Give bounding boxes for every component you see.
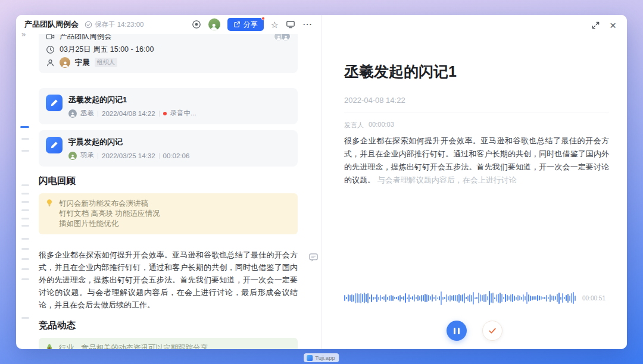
waveform-bar	[344, 295, 345, 301]
flash-note-icon	[46, 137, 63, 153]
transcript-pending: 与会者理解议题内容后，在会上进行讨论	[377, 175, 517, 184]
document-panel: 产品团队周例会 保存于 14:23:00 分享	[16, 15, 322, 349]
waveform-bar	[525, 296, 526, 300]
share-icon	[233, 21, 241, 28]
waveform-bar	[494, 297, 495, 299]
outline-marker[interactable]	[21, 317, 29, 319]
waveform-bar	[389, 296, 390, 301]
waveform-bar	[412, 296, 413, 300]
meeting-schedule-card[interactable]: 产品团队周例会 03月25日 周五 15:00 - 16:00	[39, 34, 298, 73]
waveform-bar	[362, 294, 363, 302]
document-paragraph[interactable]: 很多企业都在探索如何提升开会效率。亚马逊和谷歌也总结了最佳的开会方式，并且在企业…	[39, 249, 298, 311]
flash-note-meta: 羽承 2022/03/25 14:32 00:02:06	[68, 151, 189, 160]
sidebar-expand-icon[interactable]: »	[21, 30, 26, 38]
waveform-bar	[471, 295, 472, 302]
share-button[interactable]: 分享	[227, 18, 264, 31]
waveform-bar	[428, 295, 429, 301]
waveform-bar	[507, 295, 508, 301]
outline-marker[interactable]	[21, 278, 29, 280]
waveform-bar	[457, 295, 458, 302]
comment-icon[interactable]	[307, 251, 319, 263]
outline-marker[interactable]	[21, 150, 29, 152]
note-status: 00:02:06	[163, 152, 190, 159]
document-scroll-area[interactable]: 产品团队周例会 03月25日 周五 15:00 - 16:00	[16, 34, 321, 349]
waveform-bar	[383, 296, 385, 300]
flash-note-card-2[interactable]: 宇晨发起的闪记 羽承 2022/03/25 14:32 00:02:06	[39, 130, 298, 167]
waveform-bar	[491, 293, 492, 303]
waveform-bar	[483, 294, 485, 302]
pause-button[interactable]	[447, 321, 467, 341]
waveform-bar	[371, 294, 372, 302]
author-avatar	[68, 152, 77, 160]
transcript[interactable]: 很多企业都在探索如何提升开会效率。亚马逊和谷歌也总结了最佳的开会方式，并且在企业…	[344, 134, 609, 187]
document-title: 产品团队周例会	[24, 19, 79, 30]
pause-icon	[454, 328, 455, 334]
waveform-bar	[478, 293, 479, 303]
waveform-bar	[366, 294, 367, 302]
waveform-bar	[489, 291, 490, 305]
waveform-bar	[498, 294, 499, 303]
meta-divider	[159, 153, 160, 159]
waveform-bar	[466, 297, 467, 299]
waveform-bar	[367, 293, 369, 303]
outline-marker[interactable]	[21, 258, 29, 260]
check-icon	[488, 326, 497, 335]
meta-divider	[159, 111, 160, 117]
more-options-icon[interactable]: ⋯	[302, 20, 313, 29]
waveform-bar	[358, 294, 360, 303]
waveform-bar	[558, 293, 560, 304]
flash-note-title: 宇晨发起的闪记	[68, 137, 189, 148]
waveform-bar	[401, 297, 402, 299]
waveform-bar	[571, 293, 572, 303]
participant-avatars[interactable]	[274, 34, 291, 41]
detail-date: 2022-04-08 14:22	[344, 96, 609, 112]
present-cast-icon[interactable]	[286, 20, 295, 29]
outline-marker[interactable]	[21, 138, 29, 140]
outline-marker[interactable]	[21, 268, 29, 270]
recording-dot	[163, 112, 167, 115]
waveform-bar	[469, 294, 470, 302]
waveform-bar	[487, 296, 488, 300]
waveform-bar	[475, 297, 476, 299]
outline-marker[interactable]	[21, 209, 29, 211]
waveform-bar	[555, 296, 556, 300]
waveform-bar	[569, 296, 570, 301]
outline-marker[interactable]	[21, 193, 29, 194]
person-icon	[46, 58, 55, 67]
header-actions: 分享 ☆ ⋯	[192, 18, 313, 31]
waveform-bar	[426, 294, 427, 302]
flash-note-card-1[interactable]: 丞羲发起的闪记1 丞羲 2022/04/08 14:22 录音中...	[39, 88, 298, 124]
waveform-bar	[537, 295, 538, 301]
expand-icon[interactable]	[591, 21, 600, 30]
record-icon[interactable]	[192, 20, 201, 29]
waveform-bar	[353, 295, 354, 302]
waveform-bar	[514, 296, 515, 301]
waveform-bar	[446, 294, 447, 302]
outline-marker[interactable]	[21, 184, 29, 186]
waveform-bar	[453, 295, 454, 301]
waveform-bar	[553, 296, 554, 301]
flash-note-detail-panel: × 丞羲发起的闪记1 2022-04-08 14:22 发言人 00:00:03…	[322, 15, 627, 349]
highlight-block-yellow[interactable]: 钉闪会新功能发布会演讲稿 钉钉文档 高亮块 功能适应情况 插如图片性能优化	[39, 193, 298, 234]
outline-marker[interactable]	[21, 238, 29, 240]
meeting-title-row: 产品团队周例会	[46, 34, 291, 43]
highlight-block-green[interactable]: 行业、竞品相关的动态资讯可以定期跟踪分享	[39, 338, 298, 349]
outline-marker[interactable]	[21, 218, 29, 219]
waveform-bar	[405, 293, 406, 303]
share-notification-dot	[261, 17, 265, 20]
finish-button[interactable]	[482, 321, 502, 341]
outline-marker[interactable]	[21, 248, 29, 250]
waveform-bar	[398, 296, 399, 300]
audio-waveform[interactable]	[344, 290, 578, 306]
waveform-bar	[458, 294, 460, 303]
user-avatar[interactable]	[208, 18, 220, 30]
favorite-star-icon[interactable]: ☆	[271, 20, 279, 29]
outline-marker[interactable]	[21, 225, 29, 227]
waveform-bar	[500, 293, 501, 303]
waveform-bar	[501, 294, 502, 302]
waveform-bar	[437, 297, 438, 299]
outline-marker-active[interactable]	[20, 126, 29, 128]
outline-marker[interactable]	[21, 201, 29, 203]
close-icon[interactable]: ×	[610, 20, 616, 31]
waveform-bar	[505, 294, 506, 302]
